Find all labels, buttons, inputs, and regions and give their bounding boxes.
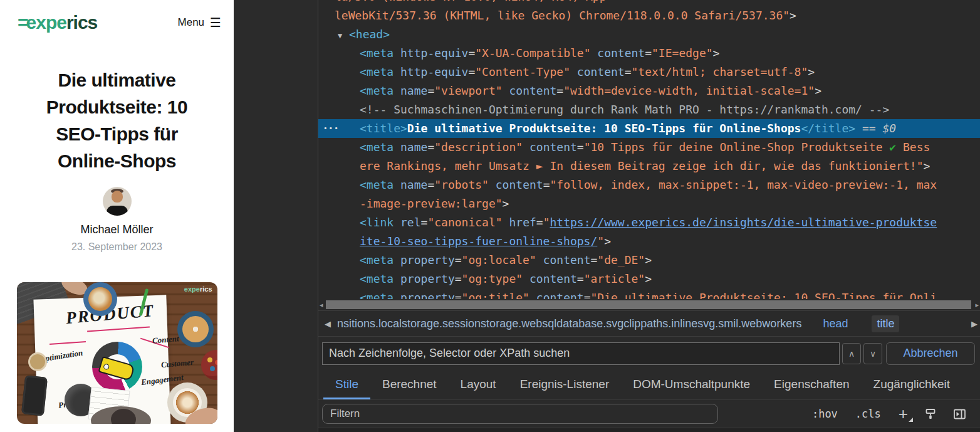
avatar-shirt (107, 206, 128, 216)
toggle-hover-state-button[interactable]: :hov (812, 408, 838, 420)
tab-layout[interactable]: Layout (449, 370, 508, 399)
drink-glass (28, 352, 47, 371)
styles-toolbar: :hov .cls + (318, 400, 980, 428)
overflow-dots-icon[interactable]: ••• (323, 119, 340, 138)
code-line[interactable]: <!-- Suchmaschinen-Optimierung durch Ran… (318, 100, 980, 119)
sidebar-toggle-icon[interactable] (953, 408, 966, 420)
code-line[interactable]: •••<title>Die ultimative Produktseite: 1… (318, 119, 980, 138)
code-line[interactable]: la/5.0 (Windows NT 10.0; Win64; x64) App (318, 0, 980, 6)
elements-tree: la/5.0 (Windows NT 10.0; Win64; x64) App… (318, 0, 980, 299)
code-line[interactable]: <meta name="description" content="10 Tip… (318, 138, 980, 157)
page-background (234, 0, 318, 432)
breadcrumb-item-title[interactable]: title (872, 315, 899, 332)
label-content: Content (152, 334, 179, 346)
search-box (322, 342, 840, 365)
cancel-button[interactable]: Abbrechen (886, 342, 975, 365)
horizontal-scrollbar[interactable]: ◂ ▸ (318, 299, 980, 310)
author-avatar (103, 187, 132, 216)
candy-bowl (201, 350, 217, 380)
search-bar: ∧ ∨ Abbrechen (318, 337, 980, 370)
styles-pane-top (318, 428, 980, 432)
breadcrumb-item-head[interactable]: head (823, 317, 848, 330)
smartphone (21, 375, 47, 416)
code-line[interactable]: ite-10-seo-tipps-fuer-online-shops/"> (318, 232, 980, 251)
styles-tabs: StileBerechnetLayoutEreignis-ListenerDOM… (318, 370, 980, 400)
watermark-text-light: expe (184, 285, 200, 293)
toggle-class-button[interactable]: .cls (855, 408, 881, 420)
code-line[interactable]: -image-preview:large"> (318, 194, 980, 213)
logo-text-light: expe (26, 12, 66, 33)
tab-dom-umschaltpunkte[interactable]: DOM-Umschaltpunkte (621, 370, 762, 399)
tab-eigenschaften[interactable]: Eigenschaften (762, 370, 861, 399)
breadcrumb-left-arrow-icon[interactable]: ◀ (325, 319, 331, 329)
code-line[interactable]: ▼<head> (318, 25, 980, 44)
hamburger-icon: ☰ (210, 16, 221, 29)
title-line: SEO-Tipps für (0, 120, 234, 147)
coffee-cup-top (83, 282, 117, 316)
search-next-button[interactable]: ∨ (863, 343, 882, 364)
site-logo[interactable]: =experics (18, 12, 97, 33)
elements-panel: la/5.0 (Windows NT 10.0; Win64; x64) App… (318, 0, 980, 299)
image-watermark: experics (184, 285, 212, 293)
bagel-plate (177, 311, 214, 347)
code-line[interactable]: <meta name="robots" content="follow, ind… (318, 176, 980, 194)
featured-image: PRODUCT Optimization Content Customer En… (17, 282, 217, 424)
breadcrumb-right-arrow-icon[interactable]: ▶ (971, 319, 977, 329)
scrollbar-thumb[interactable] (326, 300, 971, 309)
code-line[interactable]: <meta name="viewport" content="width=dev… (318, 82, 980, 100)
menu-label: Menu (178, 16, 205, 29)
code-line[interactable]: <meta property="og:locale" content="de_D… (318, 251, 980, 270)
author-name: Michael Möller (0, 223, 234, 236)
expand-arrow-icon[interactable]: ▼ (338, 26, 349, 45)
article-title: Die ultimative Produktseite: 10 SEO-Tipp… (0, 66, 234, 174)
new-style-rule-button[interactable]: + (899, 406, 908, 422)
tab-zugaenglichkeit[interactable]: Zugänglichkeit (862, 370, 962, 399)
label-customer: Customer (160, 357, 194, 370)
code-line[interactable]: <link rel="canonical" href="https://www.… (318, 213, 980, 232)
code-line[interactable]: ere Rankings, mehr Umsatz ► In diesem Be… (318, 157, 980, 176)
tab-ereignis-listener[interactable]: Ereignis-Listener (508, 370, 622, 399)
article-column: =experics Menu ☰ Die ultimative Produkts… (0, 0, 234, 432)
breadcrumb-item-html-classes[interactable]: nsitions.localstorage.sessionstorage.web… (337, 317, 801, 330)
rendering-brush-icon[interactable] (924, 408, 937, 420)
code-line[interactable]: <meta http-equiv="Content-Type" content=… (318, 63, 980, 82)
filter-input[interactable] (322, 404, 718, 424)
logo-text-dark: rics (66, 12, 97, 33)
devtools-panel: la/5.0 (Windows NT 10.0; Win64; x64) App… (318, 0, 980, 432)
code-line[interactable]: leWebKit/537.36 (KHTML, like Gecko) Chro… (318, 6, 980, 25)
title-line: Die ultimative (0, 66, 234, 93)
tab-stile[interactable]: Stile (323, 370, 370, 399)
avatar-face (112, 191, 123, 203)
code-line[interactable]: <meta http-equiv="X-UA-Compatible" conte… (318, 44, 980, 63)
screen: =experics Menu ☰ Die ultimative Produkts… (0, 0, 980, 432)
site-header: =experics Menu ☰ (0, 0, 234, 35)
breadcrumb: ◀ nsitions.localstorage.sessionstorage.w… (318, 310, 980, 337)
scroll-right-arrow-icon[interactable]: ▸ (975, 300, 979, 310)
title-line: Online-Shops (0, 147, 234, 174)
watermark-text: rics (200, 285, 212, 293)
person-head (111, 409, 136, 424)
title-line: Produktseite: 10 (0, 93, 234, 120)
code-line[interactable]: <meta property="og:type" content="articl… (318, 270, 980, 288)
code-line[interactable]: <meta property="og:title" content="Die u… (318, 288, 980, 299)
menu-button[interactable]: Menu ☰ (178, 16, 221, 29)
search-input[interactable] (323, 343, 839, 364)
publish-date: 23. September 2023 (0, 241, 234, 253)
search-prev-button[interactable]: ∧ (842, 343, 861, 364)
tab-berechnet[interactable]: Berechnet (370, 370, 449, 399)
scroll-left-arrow-icon[interactable]: ◂ (320, 300, 323, 310)
